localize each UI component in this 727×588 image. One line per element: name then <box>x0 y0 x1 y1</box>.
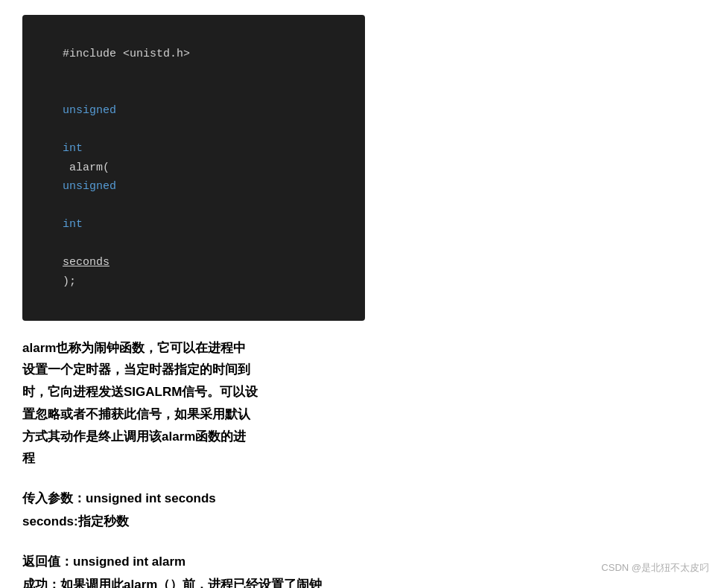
code-int-1: int <box>63 142 83 155</box>
code-close-paren: ); <box>63 275 76 288</box>
code-include: #include <unistd.h> <box>63 48 190 60</box>
code-space-2 <box>63 199 69 212</box>
params-label: 传入参数：unsigned int seconds <box>22 488 705 511</box>
return-success: 成功：如果调用此alarm（）前，进程已经设置了闹钟 <box>22 574 705 588</box>
code-block: #include <unistd.h> unsigned int alarm( … <box>22 15 365 321</box>
code-space-3 <box>63 237 69 250</box>
code-line-1: #include <unistd.h> <box>36 25 352 83</box>
description-block: alarm也称为闹钟函数，它可以在进程中 设置一个定时器，当定时器指定的时间到 … <box>22 337 705 470</box>
code-line-2: unsigned int alarm( unsigned int seconds… <box>36 83 352 310</box>
description-text: alarm也称为闹钟函数，它可以在进程中 <box>22 337 705 359</box>
code-seconds-param: seconds <box>63 256 109 269</box>
code-unsigned-2: unsigned <box>63 180 116 193</box>
code-alarm-label: alarm( <box>63 162 109 174</box>
description-text-2: 设置一个定时器，当定时器指定的时间到 <box>22 359 705 381</box>
description-text-4: 置忽略或者不捕获此信号，如果采用默认 <box>22 403 705 426</box>
params-detail: seconds:指定秒数 <box>22 511 705 534</box>
code-unsigned-1: unsigned <box>63 104 116 117</box>
params-block: 传入参数：unsigned int seconds seconds:指定秒数 <box>22 488 705 533</box>
description-text-3: 时，它向进程发送SIGALRM信号。可以设 <box>22 381 705 403</box>
watermark: CSDN @是北狃不太皮叼 <box>601 561 709 575</box>
code-int-2: int <box>63 218 83 231</box>
code-space-1 <box>63 124 69 136</box>
description-text-5: 方式其动作是终止调用该alarm函数的进 <box>22 426 705 448</box>
description-text-6: 程 <box>22 447 705 470</box>
